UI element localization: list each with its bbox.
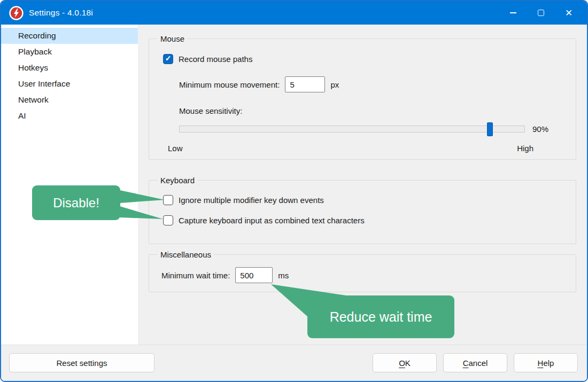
settings-window: Settings - 4.0.18i ✕ Recording Playback …	[0, 0, 588, 382]
app-lightning-icon	[9, 6, 24, 20]
reset-settings-button[interactable]: Reset settings	[9, 353, 154, 372]
window-title: Settings - 4.0.18i	[29, 8, 93, 18]
min-mouse-movement-input[interactable]	[285, 76, 325, 92]
keyboard-group: Keyboard	[149, 180, 576, 244]
sidebar-item-label: Recording	[18, 31, 56, 41]
help-button[interactable]: Help	[514, 353, 578, 372]
reset-settings-label: Reset settings	[56, 358, 107, 368]
min-mouse-movement-unit: px	[330, 80, 339, 89]
capture-combined-text-label: Capture keyboard input as combined text …	[179, 216, 365, 225]
ok-label: K	[405, 358, 411, 368]
maximize-button[interactable]	[527, 1, 555, 25]
miscellaneous-group-label: Miscellaneous	[158, 250, 214, 260]
sidebar-item-label: Hotkeys	[18, 63, 48, 73]
disable-annotation-label: Disable!	[53, 196, 99, 211]
footer-bar: Reset settings OK Cancel Help	[1, 345, 587, 381]
sidebar-item-hotkeys[interactable]: Hotkeys	[1, 60, 138, 76]
sidebar-item-playback[interactable]: Playback	[1, 44, 138, 60]
sidebar-item-recording[interactable]: Recording	[1, 28, 138, 44]
reduce-wait-annotation-label: Reduce wait time	[330, 309, 432, 325]
sidebar-item-label: Network	[18, 95, 49, 105]
min-mouse-movement-label: Minimum mouse movement:	[179, 80, 280, 89]
min-wait-time-unit: ms	[278, 271, 289, 280]
ok-button[interactable]: OK	[373, 353, 437, 372]
mouse-group-label: Mouse	[158, 34, 187, 44]
cancel-label-accel: C	[463, 358, 469, 368]
sensitivity-high-label: High	[491, 144, 533, 153]
sidebar-item-user-interface[interactable]: User Interface	[1, 76, 138, 92]
mouse-sensitivity-slider[interactable]	[179, 126, 525, 132]
sensitivity-slider-thumb[interactable]	[487, 122, 493, 136]
sidebar-item-label: User Interface	[18, 79, 70, 89]
mouse-sensitivity-label: Mouse sensitivity:	[179, 106, 242, 115]
settings-sidebar: Recording Playback Hotkeys User Interfac…	[1, 25, 138, 345]
sidebar-item-label: Playback	[18, 47, 52, 57]
cancel-button[interactable]: Cancel	[443, 353, 507, 372]
help-label: elp	[543, 358, 554, 368]
reduce-wait-annotation: Reduce wait time	[307, 295, 454, 338]
close-icon: ✕	[565, 9, 572, 18]
maximize-icon	[538, 10, 544, 16]
ignore-modifier-keydown-label: Ignore multiple modifier key down events	[179, 196, 324, 205]
capture-combined-text-checkbox[interactable]	[163, 215, 173, 225]
sidebar-item-network[interactable]: Network	[1, 92, 138, 108]
minimize-icon	[510, 12, 516, 13]
keyboard-group-label: Keyboard	[158, 175, 197, 186]
record-mouse-paths-checkbox[interactable]	[163, 54, 173, 64]
help-label-accel: H	[538, 358, 544, 368]
min-wait-time-input[interactable]	[235, 267, 273, 283]
ok-label-accel: O	[399, 358, 405, 368]
cancel-label: ancel	[468, 358, 488, 368]
ignore-modifier-keydown-checkbox[interactable]	[163, 195, 173, 205]
sidebar-item-ai[interactable]: AI	[1, 108, 138, 124]
sensitivity-value: 90%	[532, 124, 548, 134]
minimize-button[interactable]	[499, 1, 527, 25]
sidebar-item-label: AI	[18, 111, 26, 121]
sensitivity-low-label: Low	[168, 144, 183, 153]
min-wait-time-label: Minimum wait time:	[161, 271, 230, 280]
record-mouse-paths-label: Record mouse paths	[179, 54, 252, 64]
window-controls: ✕	[499, 1, 587, 25]
close-button[interactable]: ✕	[555, 1, 583, 25]
disable-annotation: Disable!	[32, 185, 120, 220]
title-bar: Settings - 4.0.18i ✕	[1, 1, 587, 25]
main-area: Recording Playback Hotkeys User Interfac…	[1, 25, 587, 345]
